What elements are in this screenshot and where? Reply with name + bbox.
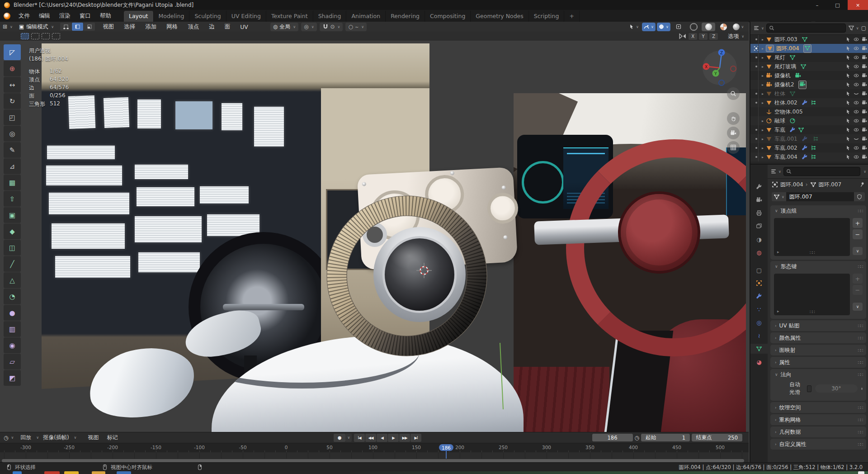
end-frame-field[interactable]: 结束点250 xyxy=(692,434,742,441)
tab-rendering[interactable]: Rendering xyxy=(386,11,425,22)
render-icon[interactable] xyxy=(862,136,867,142)
viewport-menu-uv[interactable]: UV xyxy=(235,24,253,30)
tab-scene[interactable]: ◑ xyxy=(750,234,768,244)
drag-dots-icon[interactable]: ∷∷ xyxy=(858,348,863,353)
tab-world[interactable]: ◍ xyxy=(750,247,768,257)
tool-edge-slide[interactable]: ▥ xyxy=(4,321,21,337)
select-icon[interactable] xyxy=(845,136,851,142)
outliner-row[interactable]: ▸ 圆环.003 xyxy=(750,35,868,44)
menu-render[interactable]: 渲染 xyxy=(55,10,75,22)
edge-select-button[interactable] xyxy=(72,23,83,31)
tab-uv-editing[interactable]: UV Editing xyxy=(226,11,266,22)
render-icon[interactable] xyxy=(862,82,867,87)
panel-header[interactable]: › 几何数据 ∷∷ xyxy=(770,427,866,437)
breadcrumb-data[interactable]: 圆环.007 xyxy=(819,181,842,189)
mesh-name-field[interactable]: 圆环.007 xyxy=(786,192,854,201)
viewport-menu-face[interactable]: 面 xyxy=(220,23,236,31)
viewport-3d[interactable]: Z X Y 用户透视 (186) 圆环.004 物体 xyxy=(0,41,749,432)
eye-icon[interactable] xyxy=(854,145,859,151)
add-workspace-button[interactable]: + xyxy=(564,11,579,22)
eye-icon[interactable] xyxy=(854,118,859,123)
prev-keyframe-button[interactable]: ◀◀ xyxy=(365,434,376,442)
select-icon[interactable] xyxy=(845,46,851,51)
viewport-menu-select[interactable]: 选择 xyxy=(119,23,140,31)
menu-help[interactable]: 帮助 xyxy=(95,10,116,22)
jump-to-start-button[interactable]: Ⅰ◀ xyxy=(354,434,365,442)
drag-dots-icon[interactable]: ∷∷ xyxy=(858,430,863,435)
tab-modifiers[interactable] xyxy=(750,291,768,301)
show-overlays-toggle[interactable]: ∨ xyxy=(642,23,656,31)
fake-user-shield-button[interactable] xyxy=(854,192,865,201)
render-icon[interactable] xyxy=(862,73,867,78)
select-icon[interactable] xyxy=(845,127,851,133)
panel-header[interactable]: › 重构网格 ∷∷ xyxy=(770,414,866,425)
properties-search[interactable] xyxy=(783,167,860,176)
mirror-y-button[interactable]: Y xyxy=(699,33,708,40)
tool-bevel[interactable]: ◆ xyxy=(4,223,21,239)
drag-dots-icon[interactable]: ∷∷ xyxy=(858,323,863,328)
render-icon[interactable] xyxy=(862,127,867,133)
tool-extrude-region[interactable]: ⇧ xyxy=(4,191,21,207)
tool-measure[interactable]: ⊿ xyxy=(4,158,21,174)
auto-smooth-checkbox[interactable] xyxy=(807,385,811,392)
tool-add-cube[interactable]: ▦ xyxy=(4,175,21,190)
select-icon[interactable] xyxy=(845,154,851,160)
tab-tool[interactable] xyxy=(750,182,768,192)
select-icon[interactable] xyxy=(845,64,851,69)
tab-output[interactable] xyxy=(750,208,768,218)
outliner-row[interactable]: ▸ 摄像机 xyxy=(750,71,868,80)
panel-header[interactable]: › 颜色属性 ∷∷ xyxy=(770,332,866,343)
render-icon[interactable] xyxy=(862,64,867,69)
xray-toggle[interactable]: ∨ xyxy=(657,23,670,31)
drag-dots-icon[interactable]: ∷∷ xyxy=(858,360,863,365)
auto-key-button[interactable]: ● ∨ xyxy=(334,434,352,442)
eye-closed-icon[interactable] xyxy=(854,136,859,142)
current-frame-field[interactable]: 186 xyxy=(592,434,633,441)
maximize-button[interactable]: □ xyxy=(827,0,848,10)
tool-rotate[interactable]: ↻ xyxy=(4,93,21,109)
tab-sculpting[interactable]: Sculpting xyxy=(189,11,226,22)
viewport-menu-add[interactable]: 添加 xyxy=(140,23,161,31)
panel-header[interactable]: › 纹理空间 ∷∷ xyxy=(770,402,866,413)
eye-icon[interactable] xyxy=(854,37,859,42)
tool-shear[interactable]: ▱ xyxy=(4,354,21,370)
editor-type-button[interactable]: ⊞∨ xyxy=(0,22,15,32)
zoom-button[interactable] xyxy=(727,87,740,100)
tool-inset-faces[interactable]: ▣ xyxy=(4,207,21,223)
select-icon[interactable] xyxy=(845,82,851,87)
render-icon[interactable] xyxy=(862,37,867,42)
timeline-channels[interactable] xyxy=(0,452,749,459)
outliner-row[interactable]: ▸ 尾灯玻璃 xyxy=(750,62,868,71)
vertex-select-button[interactable] xyxy=(60,23,71,31)
mirror-z-button[interactable]: Z xyxy=(709,33,718,40)
mirror-x-button[interactable]: X xyxy=(689,33,697,40)
timeline-menu-keying[interactable]: 抠像(插帧) xyxy=(39,434,73,441)
select-subtract-mode-button[interactable] xyxy=(42,33,50,39)
tool-box-select[interactable]: ◸ xyxy=(4,44,21,60)
eye-icon[interactable] xyxy=(854,64,859,69)
tab-scripting[interactable]: Scripting xyxy=(529,11,565,22)
viewport-menu-edge[interactable]: 边 xyxy=(204,23,220,31)
drag-dots-icon[interactable]: ∷∷ xyxy=(858,417,863,422)
tool-annotate[interactable]: ✎ xyxy=(4,142,21,158)
shape-key-specials-button[interactable]: ∨ xyxy=(853,303,863,311)
tab-object[interactable] xyxy=(750,278,768,288)
outliner-row[interactable]: ▸ 车底 xyxy=(750,125,868,134)
eye-icon[interactable] xyxy=(854,154,859,160)
drag-dots-icon[interactable]: ∷∷ xyxy=(858,336,863,341)
tab-modeling[interactable]: Modeling xyxy=(154,11,190,22)
panel-header[interactable]: › UV 贴图 ∷∷ xyxy=(770,320,866,331)
drag-dots-icon[interactable]: ∷∷ xyxy=(858,405,863,410)
show-gizmo-dropdown[interactable]: ∨ xyxy=(627,23,641,31)
shading-rendered-button[interactable]: ∨ xyxy=(731,23,745,31)
face-select-button[interactable] xyxy=(84,23,95,31)
proportional-editing-toggle[interactable]: ○∼∨ xyxy=(345,23,367,31)
drag-dots-icon[interactable]: ∷∷ xyxy=(858,209,863,213)
transform-orientation-selector[interactable]: ◍ 全局 ∨ xyxy=(270,23,298,31)
tab-compositing[interactable]: Compositing xyxy=(425,11,471,22)
play-reverse-button[interactable]: ◀ xyxy=(377,434,387,442)
timeline-ruler[interactable]: -300 -250 -200 -150 -100 -50 0 50 100 15… xyxy=(0,443,749,452)
pan-button[interactable] xyxy=(727,112,740,125)
play-button[interactable]: ▶ xyxy=(388,434,399,442)
properties-options-button[interactable]: ∨ xyxy=(863,170,866,174)
